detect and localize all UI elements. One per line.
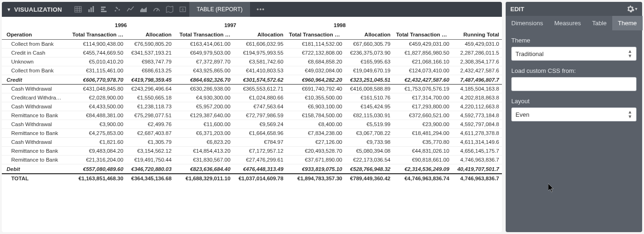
value-cell: €17,314,700.00 bbox=[393, 93, 452, 102]
value-cell: €864,692,326.70 bbox=[174, 75, 233, 85]
operation-cell: Creditcard Withdra… bbox=[2, 93, 67, 102]
value-cell: €4,746,963,836.74 bbox=[393, 174, 452, 183]
layout-select[interactable]: Even ▲▼ bbox=[511, 107, 637, 121]
operation-cell: Collect from Bank bbox=[2, 66, 67, 75]
value-cell: €61,606,032.95 bbox=[233, 40, 286, 49]
horizontal-bar-icon[interactable] bbox=[98, 3, 111, 16]
table-row: Unknown€5,010,410.20€983,747.79€7,372,89… bbox=[2, 57, 502, 66]
value-cell: €72,797,986.59 bbox=[233, 111, 286, 120]
value-cell: €82,115,030.91 bbox=[345, 111, 393, 120]
value-cell: €1,163,851,468.30 bbox=[67, 174, 126, 183]
value-cell: €84,488,381.00 bbox=[67, 111, 126, 120]
table-icon[interactable] bbox=[72, 3, 85, 16]
layout-label: Layout bbox=[511, 98, 637, 105]
value-cell: €416,008,588.89 bbox=[345, 85, 393, 93]
value-cell: €557,080,489.60 bbox=[67, 164, 126, 174]
value-cell: €5,080,394.08 bbox=[345, 147, 393, 156]
value-cell: €364,345,136.68 bbox=[126, 174, 174, 183]
value-cell: €114,900,438.00 bbox=[67, 40, 126, 49]
area-chart-icon[interactable] bbox=[137, 3, 150, 16]
scatter-icon[interactable] bbox=[111, 3, 124, 16]
value-cell: €49,032,084.00 bbox=[286, 66, 345, 75]
value-cell: €365,553,612.71 bbox=[233, 85, 286, 93]
edit-tab-dimensions[interactable]: Dimensions bbox=[506, 16, 549, 30]
col-ttv[interactable]: Total Transaction V… bbox=[286, 30, 345, 40]
col-alloc[interactable]: Allocation bbox=[345, 30, 393, 40]
value-cell: €346,720,880.03 bbox=[126, 164, 174, 174]
value-cell: €1,827,856,980.50 bbox=[393, 49, 452, 57]
col-ttv[interactable]: Total Transaction V… bbox=[393, 30, 452, 40]
year-header: 1998 bbox=[286, 21, 393, 30]
value-cell: €823,636,684.40 bbox=[174, 164, 233, 174]
table-row: Creditcard Withdra…€2,028,900.00€1,550,6… bbox=[2, 93, 502, 102]
value-cell: €145,424.95 bbox=[345, 102, 393, 111]
value-cell: €129,387,640.00 bbox=[174, 111, 233, 120]
value-cell: €3,900.00 bbox=[67, 120, 126, 129]
table-row: Credit in Cash€455,744,669.50€341,537,19… bbox=[2, 49, 502, 57]
table-row: Collect from Bank€31,115,461.00€686,613.… bbox=[2, 66, 502, 75]
value-cell: 4,611,314,149.6 bbox=[452, 138, 502, 147]
col-alloc[interactable]: Allocation bbox=[126, 30, 174, 40]
edit-tab-theme[interactable]: Theme bbox=[612, 16, 642, 30]
value-cell: €630,286,938.00 bbox=[174, 85, 233, 93]
value-cell: €1,821.60 bbox=[67, 138, 126, 147]
table-row: TOTAL€1,163,851,468.30€364,345,136.68€1,… bbox=[2, 174, 502, 183]
value-cell: €181,114,532.00 bbox=[286, 40, 345, 49]
value-cell: €19,491,750.44 bbox=[126, 156, 174, 164]
value-cell: €459,429,031.00 bbox=[393, 40, 452, 49]
value-cell: €2,432,427,587.60 bbox=[393, 75, 452, 85]
value-cell: €9,733.98 bbox=[345, 138, 393, 147]
value-cell: €31,830,567.00 bbox=[174, 156, 233, 164]
gauge-icon[interactable] bbox=[150, 3, 163, 16]
value-cell: €23,900.00 bbox=[393, 120, 452, 129]
value-cell: €6,371,203.00 bbox=[174, 129, 233, 138]
value-cell: €165,995.63 bbox=[345, 57, 393, 66]
value-cell: 4,746,963,836.7 bbox=[452, 174, 502, 183]
edit-tab-table[interactable]: Table bbox=[587, 16, 612, 30]
value-cell: €1,037,014,609.78 bbox=[233, 174, 286, 183]
edit-tab-measures[interactable]: Measures bbox=[549, 16, 587, 30]
report-table-container: 1996 1997 1998 Operation Total Transacti… bbox=[2, 17, 502, 232]
col-running[interactable]: Running Total bbox=[452, 30, 502, 40]
value-cell: €3,154,562.12 bbox=[126, 147, 174, 156]
theme-label: Theme bbox=[511, 37, 637, 44]
line-chart-icon[interactable] bbox=[124, 3, 137, 16]
theme-select[interactable]: Traditional ▲▼ bbox=[511, 47, 637, 61]
value-cell: €1,894,783,357.30 bbox=[286, 174, 345, 183]
value-cell: €43,925,865.00 bbox=[174, 66, 233, 75]
col-alloc[interactable]: Allocation bbox=[233, 30, 286, 40]
css-url-input[interactable] bbox=[511, 77, 637, 91]
value-cell: €163,414,061.00 bbox=[174, 40, 233, 49]
value-cell: €21,068,166.10 bbox=[393, 57, 452, 66]
value-cell: 4,185,504,163.8 bbox=[452, 85, 502, 93]
active-tab[interactable]: TABLE (REPORT) bbox=[189, 2, 250, 17]
value-cell: €1,238,118.73 bbox=[126, 102, 174, 111]
year-header: 1997 bbox=[174, 21, 286, 30]
col-ttv[interactable]: Total Transaction … bbox=[67, 30, 126, 40]
operation-cell: Remittance to Bank bbox=[2, 147, 67, 156]
operation-cell: Unknown bbox=[2, 57, 67, 66]
svg-point-13 bbox=[118, 9, 120, 11]
value-cell: €27,126.00 bbox=[286, 138, 345, 147]
table-row: Cash Withdrawal€431,048,845.80€243,296,4… bbox=[2, 85, 502, 93]
operation-cell: Credit in Cash bbox=[2, 49, 67, 57]
value-cell: €67,660,305.79 bbox=[345, 40, 393, 49]
number-icon[interactable]: 6 bbox=[176, 3, 189, 16]
col-ttv[interactable]: Total Transaction … bbox=[174, 30, 233, 40]
value-cell: €7,172,957.12 bbox=[233, 147, 286, 156]
value-cell: €2,499.76 bbox=[126, 120, 174, 129]
value-cell: 2,432,427,587.6 bbox=[452, 66, 502, 75]
value-cell: €7,372,897.70 bbox=[174, 57, 233, 66]
value-cell: 4,656,145,175.7 bbox=[452, 147, 502, 156]
gear-icon[interactable]: ▾ bbox=[627, 5, 637, 13]
more-tabs[interactable]: ••• bbox=[250, 6, 272, 13]
col-operation[interactable]: Operation bbox=[2, 30, 67, 40]
bar-chart-icon[interactable] bbox=[85, 3, 98, 16]
value-cell: €158,784,500.00 bbox=[286, 111, 345, 120]
value-cell: €1,688,329,011.10 bbox=[174, 174, 233, 183]
value-cell: €686,613.25 bbox=[126, 66, 174, 75]
visualization-toggle[interactable]: ▼ VISUALIZATION bbox=[2, 6, 67, 13]
map-icon[interactable] bbox=[163, 3, 176, 16]
value-cell: €3,581,742.60 bbox=[233, 57, 286, 66]
value-cell: €8,400.00 bbox=[286, 120, 345, 129]
